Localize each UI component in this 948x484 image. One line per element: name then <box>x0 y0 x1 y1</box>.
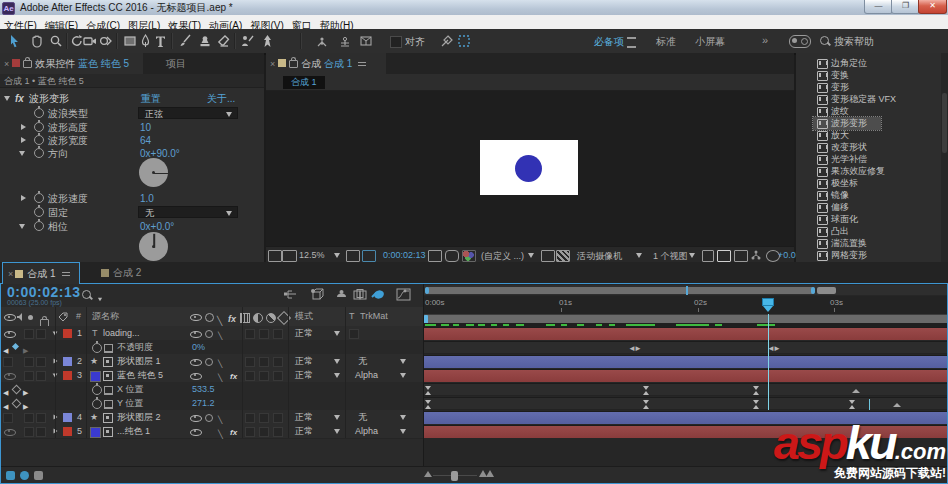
video-toggle[interactable] <box>3 357 13 367</box>
axis-view-icon[interactable] <box>358 33 375 49</box>
keyframe-ease-icon[interactable] <box>893 403 901 407</box>
keyframe-pair-icon[interactable]: ◄► <box>628 344 640 353</box>
blend-mode-arrow-icon[interactable] <box>334 331 340 336</box>
keyframe-ease-icon[interactable] <box>852 389 860 393</box>
frame-blending-icon[interactable] <box>352 287 368 301</box>
collapse-switch-icon[interactable] <box>205 358 213 366</box>
expand-triangle-icon[interactable] <box>4 96 10 101</box>
effects-scrollbar[interactable] <box>941 53 948 262</box>
magnification-value[interactable]: 12.5% <box>299 250 325 260</box>
layer-name[interactable]: 形状图层 2 <box>117 410 161 424</box>
audio-toggle[interactable] <box>24 329 34 339</box>
about-link[interactable]: 关于... <box>207 92 235 105</box>
trkmat-value[interactable]: 无 <box>358 410 367 424</box>
navigator-extra-handle[interactable] <box>817 287 836 294</box>
snap-label[interactable]: 对齐 <box>405 35 425 49</box>
selection-follows-icon[interactable] <box>456 33 473 49</box>
effect-item[interactable]: 波纹 <box>796 105 948 117</box>
trkmat-arrow-icon[interactable] <box>400 429 406 434</box>
close-button[interactable]: ✕ <box>918 0 947 14</box>
type-tool[interactable] <box>152 33 169 49</box>
motion-blur-icon[interactable] <box>371 287 387 301</box>
search-help-icon[interactable] <box>820 36 829 45</box>
param-value[interactable]: 0x+0.0° <box>140 220 174 233</box>
shape-tool[interactable] <box>121 33 138 49</box>
wave-type-dropdown[interactable]: 正弦 <box>138 107 238 119</box>
property-label[interactable]: X 位置 <box>117 382 144 396</box>
workspace-tab-essentials[interactable]: 必备项 <box>594 35 624 49</box>
label-color-swatch[interactable] <box>63 413 72 422</box>
stopwatch-icon[interactable] <box>34 148 44 158</box>
blend-mode-arrow-icon[interactable] <box>334 415 340 420</box>
expand-triangle-icon[interactable] <box>19 151 25 156</box>
video-toggle-icon[interactable] <box>4 331 16 338</box>
zoom-slider-thumb[interactable] <box>451 471 458 481</box>
expand-in-point-icon[interactable] <box>6 471 15 480</box>
tab-effect-controls[interactable]: ×效果控件 蓝色 纯色 5 <box>0 53 143 74</box>
frame-blend-box[interactable] <box>245 413 255 423</box>
keyframe-icon[interactable] <box>643 386 650 395</box>
adjustment-box[interactable] <box>273 413 283 423</box>
property-label[interactable]: 不透明度 <box>117 340 153 354</box>
expand-triangle-icon[interactable] <box>19 224 25 229</box>
blend-mode-arrow-icon[interactable] <box>334 359 340 364</box>
frame-blend-box[interactable] <box>245 371 255 381</box>
zoom-tool[interactable] <box>47 33 64 49</box>
property-value[interactable]: 0% <box>192 340 205 354</box>
hand-tool[interactable] <box>28 33 45 49</box>
expand-transfer-icon[interactable] <box>34 471 43 480</box>
snapshot-icon[interactable] <box>428 250 442 262</box>
effect-item[interactable]: 镜像 <box>796 189 948 201</box>
close-tab-icon[interactable]: × <box>8 269 13 279</box>
close-tab-icon[interactable]: × <box>270 59 275 69</box>
search-icon[interactable] <box>82 290 91 299</box>
trkmat-box[interactable] <box>349 329 359 339</box>
resolution-icon[interactable] <box>541 250 555 262</box>
blend-mode-arrow-icon[interactable] <box>334 373 340 378</box>
param-value[interactable]: 1.0 <box>140 192 154 205</box>
close-tab-icon[interactable]: × <box>4 59 9 69</box>
effect-item[interactable]: 边角定位 <box>796 57 948 69</box>
trkmat-arrow-icon[interactable] <box>400 359 406 364</box>
expand-triangle-icon[interactable] <box>21 137 26 143</box>
timeline-tab-comp1[interactable]: ×合成 1 <box>2 262 80 284</box>
audio-toggle[interactable] <box>24 427 34 437</box>
keyframe-icon[interactable] <box>425 386 432 395</box>
video-toggle-icon[interactable] <box>4 429 16 436</box>
effect-item[interactable]: 果冻效应修复 <box>796 165 948 177</box>
adjustment-box[interactable] <box>273 371 283 381</box>
magnification-arrow-icon[interactable] <box>334 253 340 258</box>
graph-icon[interactable] <box>104 400 113 409</box>
time-ruler[interactable]: 0:00s 01s 02s 03s <box>424 296 948 314</box>
label-color-swatch[interactable] <box>63 357 72 366</box>
property-value[interactable]: 533.5 <box>192 382 215 396</box>
effect-item[interactable]: 凸出 <box>796 225 948 237</box>
mode-column-label[interactable]: 模式 <box>295 307 313 326</box>
pan-behind-tool[interactable] <box>97 33 114 49</box>
playhead-marker[interactable] <box>762 298 774 312</box>
effect-item[interactable]: 变形稳定器 VFX <box>796 93 948 105</box>
frame-blend-box[interactable] <box>245 329 255 339</box>
shy-layers-icon[interactable] <box>334 287 350 301</box>
navigator-start-handle[interactable] <box>425 287 429 294</box>
layer-bar-2-blue[interactable] <box>424 355 948 368</box>
trkmat-value[interactable]: Alpha <box>355 424 378 438</box>
keyframe-icon[interactable] <box>849 400 856 409</box>
property-row-opacity[interactable]: ◀ ▶ 不透明度 0% <box>0 340 423 355</box>
mask-rulers-icon[interactable] <box>362 250 376 262</box>
stopwatch-icon[interactable] <box>92 399 102 409</box>
motion-blur-box[interactable] <box>259 413 269 423</box>
layer-bar-1-red[interactable] <box>424 327 948 340</box>
fast-preview-icon[interactable] <box>717 250 731 262</box>
search-arrow-icon[interactable] <box>98 298 102 302</box>
phase-dial[interactable] <box>139 232 168 261</box>
solo-toggle[interactable] <box>36 357 46 367</box>
frame-blend-box[interactable] <box>245 427 255 437</box>
panel-menu-icon[interactable] <box>62 272 70 276</box>
layer-row-3[interactable]: 3 蓝色 纯色 5 ╲ fx 正常 Alpha <box>0 368 423 383</box>
label-color-swatch[interactable] <box>63 371 72 380</box>
keyframe-icon[interactable] <box>643 400 650 409</box>
zoom-in-icon2[interactable] <box>486 470 494 477</box>
property-value[interactable]: 271.2 <box>192 396 215 410</box>
y-position-keyframe-track[interactable] <box>424 397 948 410</box>
